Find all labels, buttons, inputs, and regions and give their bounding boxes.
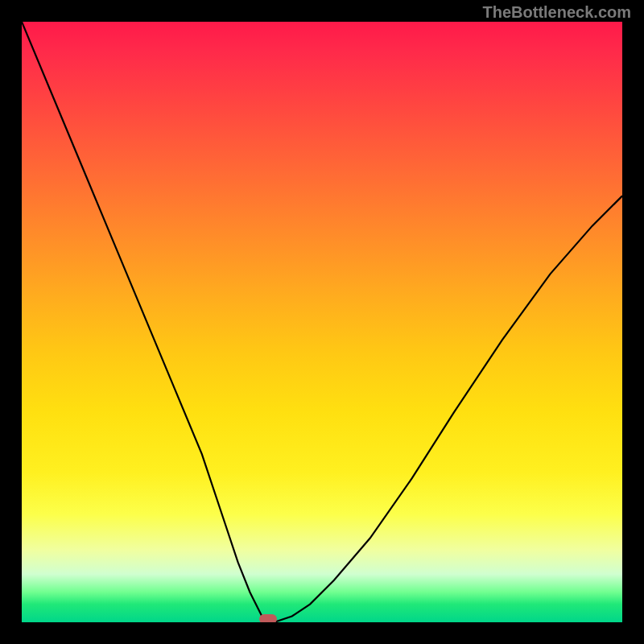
bottleneck-curve — [22, 22, 622, 622]
optimal-point-marker — [259, 614, 277, 622]
watermark-text: TheBottleneck.com — [483, 3, 631, 22]
chart-container: TheBottleneck.com — [0, 0, 644, 644]
plot-area — [22, 22, 622, 622]
curve-svg — [22, 22, 622, 622]
